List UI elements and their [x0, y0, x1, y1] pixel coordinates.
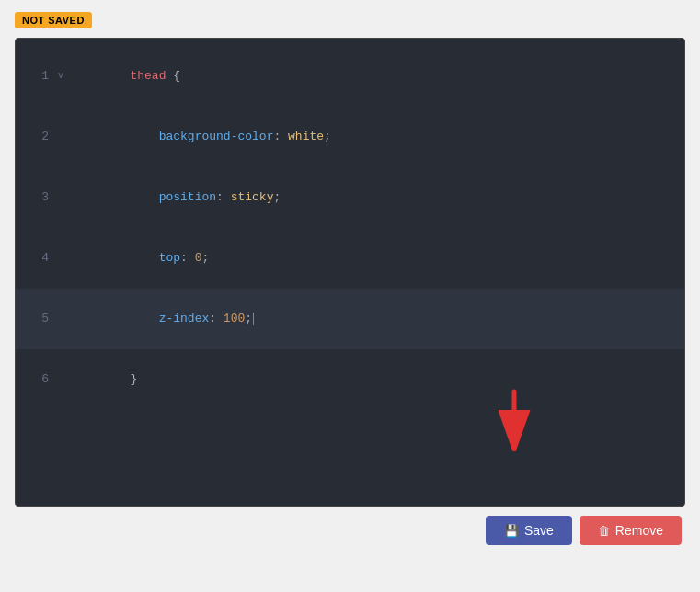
save-button[interactable]: 💾 Save [486, 516, 572, 545]
code-line-1: 1 v thead { [16, 46, 684, 107]
code-line-5: 5 z-index: 100; [16, 289, 684, 349]
red-arrow-svg [487, 387, 542, 451]
code-line-3: 3 position: sticky; [16, 167, 684, 228]
line-number-1: 1 [23, 66, 49, 86]
line-number-3: 3 [23, 188, 49, 208]
code-content-2: background-color: white; [73, 107, 331, 167]
arrow-indicator [487, 387, 542, 455]
footer-buttons: 💾 Save 🗑 Remove [15, 516, 685, 545]
line-number-2: 2 [23, 127, 49, 147]
code-line-6: 6 } [16, 349, 684, 410]
line-number-6: 6 [23, 370, 49, 390]
remove-button[interactable]: 🗑 Remove [580, 516, 682, 545]
code-editor[interactable]: 1 v thead { 2 background-color: white; 3… [15, 38, 685, 507]
code-content-4: top: 0; [73, 228, 209, 289]
code-content-3: position: sticky; [73, 167, 281, 228]
code-content-1: thead { [73, 46, 180, 107]
code-content-5: z-index: 100; [73, 289, 254, 349]
remove-icon: 🗑 [598, 524, 610, 538]
line-number-4: 4 [23, 248, 49, 268]
line-number-5: 5 [23, 309, 49, 329]
save-icon: 💾 [504, 524, 519, 538]
code-area: 1 v thead { 2 background-color: white; 3… [16, 46, 684, 410]
not-saved-badge: NOT SAVED [15, 12, 92, 28]
save-label: Save [524, 523, 554, 538]
code-line-2: 2 background-color: white; [16, 107, 684, 167]
code-line-4: 4 top: 0; [16, 228, 684, 289]
remove-label: Remove [615, 523, 663, 538]
fold-indicator-1[interactable]: v [58, 66, 69, 86]
code-content-6: } [73, 349, 137, 410]
